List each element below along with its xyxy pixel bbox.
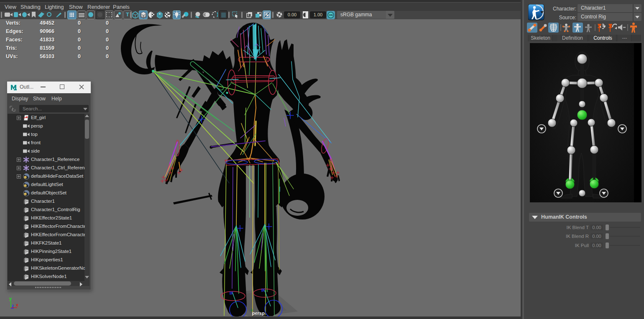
svg-text:x: x	[16, 302, 19, 307]
svg-text:z: z	[12, 304, 14, 308]
svg-text:y: y	[9, 296, 12, 301]
